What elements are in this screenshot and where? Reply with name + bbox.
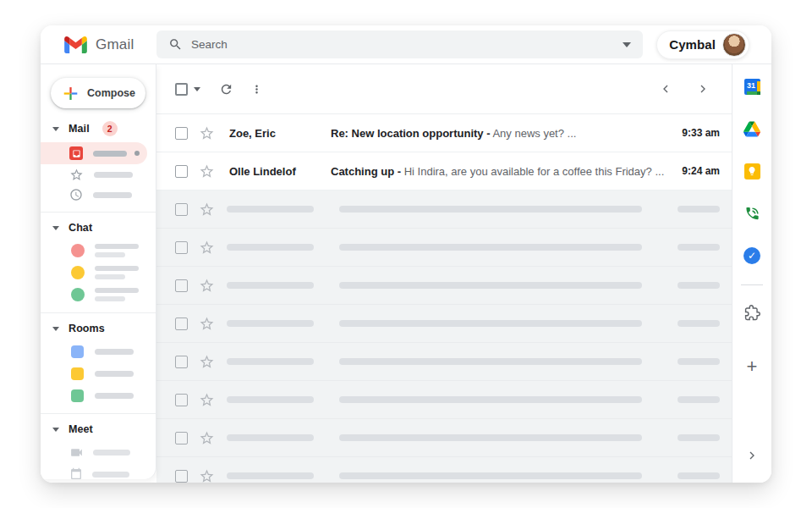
- collapse-side-panel-button[interactable]: [743, 447, 760, 464]
- placeholder-email-row[interactable]: [156, 305, 732, 343]
- email-pane: Zoe, Eric Re: New location opportunity -…: [156, 64, 732, 483]
- refresh-button[interactable]: [219, 82, 233, 97]
- row-star-button[interactable]: [199, 125, 215, 141]
- row-star-button[interactable]: [199, 468, 215, 483]
- chevron-down-icon[interactable]: [52, 428, 59, 432]
- room-name-placeholder: [95, 349, 134, 355]
- row-checkbox[interactable]: [175, 470, 188, 483]
- chevron-down-icon[interactable]: [52, 127, 59, 131]
- placeholder-email-row[interactable]: [156, 381, 732, 419]
- chat-conversation-item[interactable]: [41, 284, 156, 306]
- star-icon: [199, 240, 215, 256]
- user-avatar[interactable]: [722, 33, 746, 57]
- section-mail[interactable]: Mail 2: [41, 120, 156, 137]
- sender-placeholder-bar: [227, 472, 314, 479]
- videocam-icon: [69, 445, 84, 460]
- sender-placeholder-bar: [227, 282, 314, 289]
- subject-placeholder-bar: [339, 472, 642, 479]
- sidebar-item-snoozed[interactable]: [41, 185, 156, 205]
- chat-conversation-item[interactable]: [41, 262, 156, 284]
- search-options-caret-icon[interactable]: [623, 42, 631, 47]
- older-page-button[interactable]: [696, 82, 710, 96]
- row-checkbox[interactable]: [175, 394, 188, 406]
- star-icon: [199, 354, 215, 370]
- section-rooms[interactable]: Rooms: [41, 320, 156, 337]
- search-bar[interactable]: [156, 30, 643, 58]
- inbox-icon: [69, 146, 83, 160]
- row-checkbox[interactable]: [175, 279, 188, 292]
- email-row[interactable]: Olle Lindelof Catching up - Hi Indira, a…: [156, 152, 732, 190]
- voice-app-button[interactable]: [743, 205, 760, 222]
- row-checkbox[interactable]: [175, 432, 188, 444]
- placeholder-email-row[interactable]: [156, 457, 732, 483]
- placeholder-email-row[interactable]: [156, 229, 732, 267]
- refresh-icon: [219, 82, 233, 97]
- room-item[interactable]: [41, 362, 156, 384]
- row-star-button[interactable]: [199, 392, 215, 408]
- row-star-button[interactable]: [199, 163, 215, 179]
- side-panel-rail: 31: [732, 64, 771, 483]
- chat-msg-placeholder: [95, 296, 125, 301]
- meet-new-meeting-item[interactable]: [41, 441, 156, 463]
- row-checkbox[interactable]: [175, 203, 188, 216]
- add-panel-button[interactable]: +: [743, 358, 760, 375]
- row-star-button[interactable]: [199, 316, 215, 332]
- chevron-down-icon[interactable]: [52, 327, 59, 331]
- row-star-button[interactable]: [199, 240, 215, 256]
- newer-page-button[interactable]: [659, 82, 672, 96]
- select-caret-icon[interactable]: [194, 87, 200, 91]
- compose-button[interactable]: Compose: [51, 78, 145, 108]
- email-subject: Re: New location opportunity -: [331, 127, 491, 140]
- placeholder-email-row[interactable]: [156, 419, 732, 457]
- chevron-down-icon[interactable]: [52, 226, 59, 230]
- more-vert-icon: [250, 83, 263, 96]
- compose-label: Compose: [87, 87, 135, 99]
- sender-placeholder-bar: [227, 396, 314, 403]
- row-checkbox[interactable]: [175, 318, 188, 330]
- calendar-app-button[interactable]: 31: [743, 78, 760, 95]
- row-star-button[interactable]: [199, 278, 215, 294]
- search-input[interactable]: [191, 38, 614, 51]
- time-placeholder-bar: [678, 320, 720, 327]
- room-item[interactable]: [41, 340, 156, 362]
- unread-dot: [134, 151, 140, 156]
- row-checkbox[interactable]: [175, 165, 188, 178]
- row-star-button[interactable]: [199, 354, 215, 370]
- plus-icon: +: [747, 357, 758, 376]
- sender-placeholder-bar: [227, 244, 314, 251]
- select-all-checkbox[interactable]: [175, 83, 188, 96]
- placeholder-email-row[interactable]: [156, 190, 732, 229]
- section-chat[interactable]: Chat: [41, 219, 156, 236]
- chat-name-placeholder: [95, 244, 139, 249]
- room-item[interactable]: [41, 384, 156, 406]
- row-star-button[interactable]: [199, 202, 215, 218]
- keep-app-button[interactable]: [743, 163, 760, 179]
- placeholder-email-row[interactable]: [156, 343, 732, 381]
- chat-name-placeholder: [95, 266, 139, 271]
- more-options-button[interactable]: [250, 83, 263, 96]
- sidebar-item-starred[interactable]: [41, 164, 156, 185]
- row-checkbox[interactable]: [175, 127, 188, 140]
- row-checkbox[interactable]: [175, 356, 188, 368]
- star-icon: [199, 202, 215, 218]
- chat-msg-placeholder: [95, 252, 125, 257]
- gmail-logo[interactable]: Gmail: [41, 36, 156, 53]
- row-checkbox[interactable]: [175, 241, 188, 254]
- section-meet[interactable]: Meet: [41, 421, 156, 438]
- subject-placeholder-bar: [339, 358, 642, 365]
- room-name-placeholder: [95, 371, 134, 377]
- sidebar-item-inbox[interactable]: [41, 142, 147, 164]
- tasks-app-button[interactable]: ✓: [743, 247, 760, 264]
- row-star-button[interactable]: [199, 430, 215, 446]
- get-addons-button[interactable]: [743, 304, 760, 321]
- chat-avatar-yellow: [71, 266, 85, 279]
- account-pill[interactable]: Cymbal: [656, 30, 749, 59]
- section-chat-label: Chat: [69, 222, 92, 234]
- email-sender: Olle Lindelof: [229, 165, 331, 178]
- placeholder-email-row[interactable]: [156, 267, 732, 305]
- chat-conversation-item[interactable]: [41, 240, 156, 262]
- meet-join-meeting-item[interactable]: [41, 463, 156, 479]
- drive-app-button[interactable]: [743, 120, 760, 137]
- email-row[interactable]: Zoe, Eric Re: New location opportunity -…: [156, 114, 732, 152]
- gmail-window: Gmail Cymbal: [41, 25, 771, 483]
